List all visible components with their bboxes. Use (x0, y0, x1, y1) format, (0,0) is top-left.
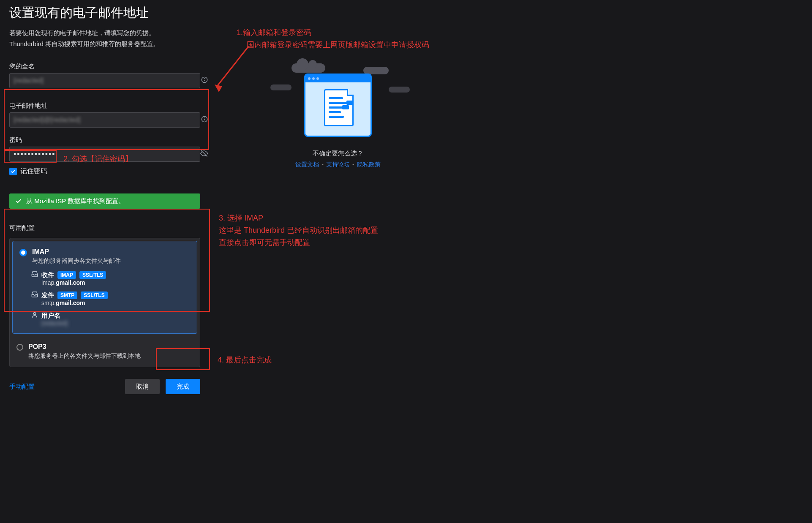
imap-radio[interactable] (19, 249, 27, 256)
user-icon (31, 311, 38, 320)
help-docs-link[interactable]: 设置文档 (295, 161, 319, 168)
illustration (283, 63, 393, 139)
svg-point-3 (202, 116, 207, 122)
page-title: 设置现有的电子邮件地址 (9, 4, 212, 22)
incoming-host: imap.gmail.com (41, 279, 190, 286)
email-label: 电子邮件地址 (9, 102, 212, 110)
info-icon (201, 76, 208, 85)
avail-config-title: 可用配置 (9, 224, 212, 232)
success-banner: 从 Mozilla ISP 数据库中找到配置。 (9, 193, 200, 209)
svg-point-0 (202, 77, 207, 82)
annotation-text-3: 3. 选择 IMAP 这里是 Thunderbird 已经自动识别出邮箱的配置 … (219, 212, 378, 248)
pop3-radio[interactable] (16, 344, 23, 351)
success-text: 从 Mozilla ISP 数据库中找到配置。 (26, 197, 125, 205)
outgoing-proto-tag: SMTP (57, 291, 77, 299)
imap-title: IMAP (32, 248, 121, 256)
eye-off-icon[interactable] (200, 150, 208, 159)
incoming-label: 收件 (41, 271, 54, 279)
outgoing-host: smtp.gmail.com (41, 300, 190, 306)
imap-option[interactable]: IMAP 与您的服务器同步各文件夹与邮件 收件 IMAP SSL/TLS ima… (12, 241, 197, 334)
outgoing-sec-tag: SSL/TLS (81, 291, 107, 299)
annotation-text-4: 4. 最后点击完成 (218, 354, 272, 366)
outbox-icon (31, 291, 38, 300)
annotation-text-2: 2. 勾选【记住密码】 (63, 153, 133, 165)
manual-config-link[interactable]: 手动配置 (9, 383, 35, 391)
password-value: •••••••••••• (14, 150, 56, 159)
username-label: 用户名 (41, 312, 60, 320)
incoming-sec-tag: SSL/TLS (79, 271, 106, 279)
remember-checkbox[interactable] (9, 168, 17, 175)
email-value: [redacted]@[redacted] (14, 116, 81, 124)
username-value: [redacted] (41, 320, 190, 327)
done-button[interactable]: 完成 (166, 379, 200, 394)
info-icon (201, 116, 208, 124)
check-icon (15, 198, 22, 204)
inbox-icon (31, 271, 38, 279)
cancel-button[interactable]: 取消 (125, 379, 160, 394)
remember-label: 记住密码 (20, 167, 47, 176)
svg-point-7 (33, 313, 35, 315)
outgoing-label: 发件 (41, 291, 54, 300)
annotation-text-1: 1.输入邮箱和登录密码 国内邮箱登录密码需要上网页版邮箱设置中申请授权码 (237, 27, 429, 51)
page-sub2: Thunderbird 将自动搜索可用的和推荐的服务器配置。 (9, 38, 212, 49)
pop3-option[interactable]: POP3 将您服务器上的各文件夹与邮件下载到本地 (10, 336, 200, 367)
config-panel: IMAP 与您的服务器同步各文件夹与邮件 收件 IMAP SSL/TLS ima… (9, 238, 200, 367)
password-label: 密码 (9, 136, 212, 144)
remember-password-row[interactable]: 记住密码 (9, 167, 212, 176)
help-panel: 不确定要怎么选？ 设置文档-支持论坛-隐私政策 (253, 63, 422, 169)
incoming-proto-tag: IMAP (57, 271, 76, 279)
help-unsure-text: 不确定要怎么选？ (253, 150, 422, 158)
imap-desc: 与您的服务器同步各文件夹与邮件 (32, 257, 121, 265)
svg-point-2 (204, 79, 205, 79)
help-forum-link[interactable]: 支持论坛 (326, 161, 350, 168)
svg-point-5 (204, 118, 205, 118)
svg-line-6 (201, 150, 207, 157)
help-privacy-link[interactable]: 隐私政策 (357, 161, 381, 168)
pop3-desc: 将您服务器上的各文件夹与邮件下载到本地 (28, 352, 141, 360)
page-sub1: 若要使用您现有的电子邮件地址，请填写您的凭据。 (9, 27, 212, 38)
fullname-value: [redacted] (14, 77, 44, 84)
pop3-title: POP3 (28, 343, 141, 351)
fullname-label: 您的全名 (9, 63, 212, 71)
